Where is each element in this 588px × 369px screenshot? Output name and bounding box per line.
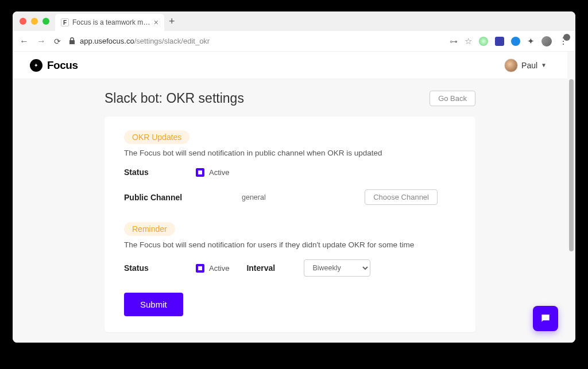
logo-text: Focus xyxy=(47,59,78,72)
reload-button[interactable]: ⟳ xyxy=(54,37,61,46)
url-field[interactable]: app.usefocus.co/settings/slack/edit_okr xyxy=(69,37,442,45)
extension-icon-3[interactable] xyxy=(511,37,520,46)
chat-widget-button[interactable] xyxy=(533,306,558,331)
tab-favicon: F xyxy=(61,18,69,26)
minimize-window-button[interactable] xyxy=(31,18,38,25)
reminder-status-checkbox[interactable] xyxy=(196,264,204,273)
back-button[interactable]: ← xyxy=(20,36,29,46)
user-avatar xyxy=(504,59,518,72)
chat-icon xyxy=(540,313,551,324)
url-path: /settings/slack/edit_okr xyxy=(134,37,210,45)
chevron-down-icon: ▼ xyxy=(541,62,547,68)
lock-icon xyxy=(69,37,75,45)
titlebar: F Focus is a teamwork managem × + xyxy=(13,11,575,31)
okr-channel-value: general xyxy=(242,193,266,201)
close-window-button[interactable] xyxy=(20,18,26,25)
url-host: app.usefocus.co xyxy=(80,37,134,45)
section-pill-okr: OKR Updates xyxy=(124,130,189,144)
okr-status-value: Active xyxy=(209,168,229,177)
reminder-description: The Focus bot will send notification for… xyxy=(124,240,456,249)
close-tab-icon[interactable]: × xyxy=(154,18,158,27)
user-name: Paul xyxy=(521,61,537,70)
new-tab-button[interactable]: + xyxy=(169,15,175,28)
extension-icon-1[interactable] xyxy=(479,37,488,46)
page-viewport: ✦ Focus Paul ▼ Slack bot: OKR settings G… xyxy=(13,52,575,343)
okr-description: The Focus bot will send notification in … xyxy=(124,149,456,157)
app-logo[interactable]: ✦ Focus xyxy=(30,59,78,72)
okr-channel-row: Public Channel general Choose Channel xyxy=(124,189,456,205)
extension-icon-2[interactable] xyxy=(495,37,504,46)
extensions-puzzle-icon[interactable]: ✦ xyxy=(527,36,535,46)
bookmark-star-icon[interactable]: ☆ xyxy=(465,36,472,46)
app-header: ✦ Focus Paul ▼ xyxy=(13,52,567,79)
main-content: Slack bot: OKR settings Go Back OKR Upda… xyxy=(105,91,475,332)
okr-status-row: Status Active xyxy=(124,168,456,177)
toolbar-icons: ⊶ ☆ ✦ ⋮ xyxy=(450,36,568,46)
browser-window: F Focus is a teamwork managem × + ← → ⟳ … xyxy=(13,11,575,343)
submit-button[interactable]: Submit xyxy=(124,293,183,316)
settings-card: OKR Updates The Focus bot will send noti… xyxy=(105,116,475,332)
maximize-window-button[interactable] xyxy=(42,18,49,25)
reminder-status-row: Status Active Interval Biweekly xyxy=(124,259,456,277)
section-okr-updates: OKR Updates The Focus bot will send noti… xyxy=(124,130,456,205)
go-back-button[interactable]: Go Back xyxy=(430,91,475,106)
browser-tab[interactable]: F Focus is a teamwork managem × xyxy=(55,14,164,31)
forward-button[interactable]: → xyxy=(37,36,46,46)
reminder-status-label: Status xyxy=(124,263,196,273)
traffic-lights xyxy=(20,18,49,25)
page-header: Slack bot: OKR settings Go Back xyxy=(105,91,475,106)
key-icon[interactable]: ⊶ xyxy=(450,37,458,46)
window-more-icon[interactable] xyxy=(563,33,571,44)
section-reminder: Reminder The Focus bot will send notific… xyxy=(124,222,456,277)
user-menu[interactable]: Paul ▼ xyxy=(504,59,547,72)
tab-title: Focus is a teamwork managem xyxy=(72,18,150,26)
address-bar: ← → ⟳ app.usefocus.co/settings/slack/edi… xyxy=(13,31,575,52)
okr-channel-label: Public Channel xyxy=(124,193,196,202)
reminder-interval-label: Interval xyxy=(246,263,304,273)
scrollbar-track xyxy=(568,52,574,343)
okr-status-checkbox[interactable] xyxy=(196,168,204,177)
svg-point-0 xyxy=(563,34,570,41)
profile-avatar-icon[interactable] xyxy=(541,36,552,46)
okr-status-label: Status xyxy=(124,168,196,177)
choose-channel-button[interactable]: Choose Channel xyxy=(365,189,438,205)
reminder-status-value: Active xyxy=(209,264,229,273)
logo-mark-icon: ✦ xyxy=(30,59,42,72)
section-pill-reminder: Reminder xyxy=(124,222,175,236)
scrollbar-thumb[interactable] xyxy=(569,79,574,251)
reminder-interval-select[interactable]: Biweekly xyxy=(304,259,370,277)
page-title: Slack bot: OKR settings xyxy=(105,91,244,106)
